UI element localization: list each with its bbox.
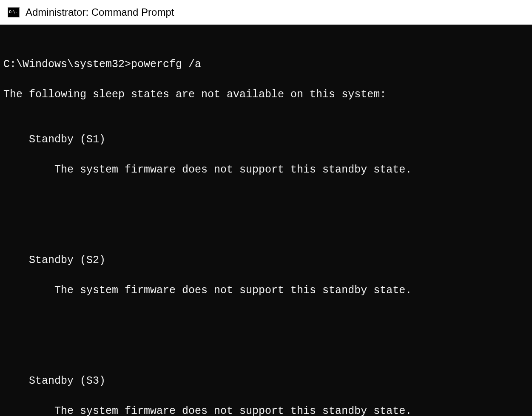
command-text: powercfg /a xyxy=(131,58,201,71)
sleep-state-name: Standby (S3) xyxy=(3,374,529,389)
sleep-state-reason: The system firmware does not support thi… xyxy=(3,162,529,178)
blank-line xyxy=(3,208,529,223)
command-prompt-icon: C:\. xyxy=(8,7,20,17)
sleep-state-block: Standby (S3) The system firmware does no… xyxy=(3,359,529,416)
prompt-path: C:\Windows\system32> xyxy=(3,58,131,71)
command-prompt-window: C:\. Administrator: Command Prompt C:\Wi… xyxy=(0,0,532,416)
sleep-state-reason: The system firmware does not support thi… xyxy=(3,404,529,416)
prompt-line: C:\Windows\system32>powercfg /a xyxy=(3,57,529,72)
sleep-state-block: Standby (S2) The system firmware does no… xyxy=(3,238,529,314)
sleep-state-name: Standby (S1) xyxy=(3,132,529,147)
sleep-state-block: Standby (S1) The system firmware does no… xyxy=(3,117,529,193)
window-title: Administrator: Command Prompt xyxy=(26,6,174,18)
sleep-state-reason: The system firmware does not support thi… xyxy=(3,283,529,298)
terminal-output[interactable]: C:\Windows\system32>powercfg /a The foll… xyxy=(0,25,532,416)
blank-line xyxy=(3,328,529,344)
sleep-state-name: Standby (S2) xyxy=(3,253,529,268)
title-bar[interactable]: C:\. Administrator: Command Prompt xyxy=(0,0,532,25)
output-header: The following sleep states are not avail… xyxy=(3,87,529,102)
command-prompt-icon-text: C:\. xyxy=(9,11,17,14)
